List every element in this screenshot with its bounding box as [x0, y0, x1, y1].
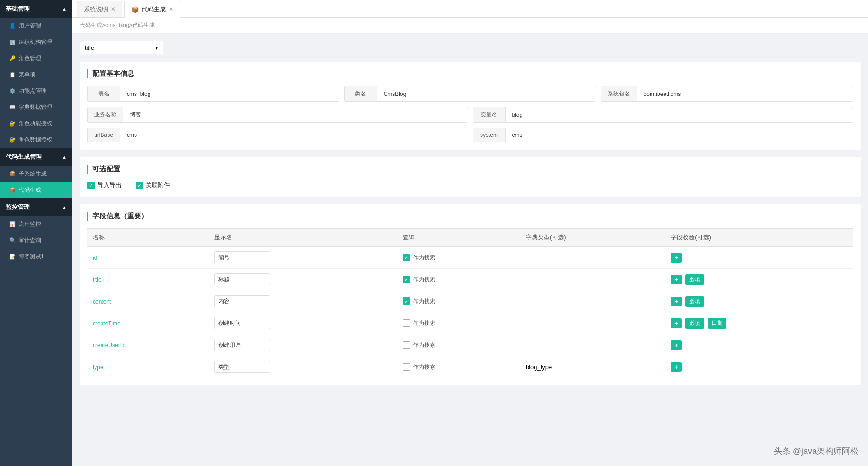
- sidebar: 基础管理 ▲ 👤 用户管理 🏢 组织机构管理 🔑 角色管理 📋 菜单项 ⚙️ 功…: [0, 0, 72, 466]
- org-icon: 🏢: [9, 39, 16, 45]
- btn-required-3[interactable]: 必填: [685, 318, 704, 329]
- info-cell-classname: 类名 CmsBlog: [344, 86, 597, 102]
- collapse-arrow-monitor: ▲: [62, 205, 67, 210]
- btn-required-2[interactable]: 必填: [685, 296, 704, 307]
- table-row: type作为搜索blog_type+: [87, 356, 853, 378]
- field-name-1: title: [93, 277, 102, 283]
- fields-section: 字段信息（重要） 名称 显示名 查询 字典类型(可选) 字段校验(可选) id✓…: [80, 204, 861, 385]
- tab-code-gen[interactable]: 📦 代码生成 ✕: [124, 1, 180, 18]
- field-name-4: createUserId: [93, 342, 125, 349]
- field-display-input-2[interactable]: [214, 295, 270, 307]
- sidebar-item-code-gen[interactable]: 📦 代码生成: [0, 182, 72, 198]
- code-gen-icon: 📦: [9, 187, 16, 193]
- info-cell-varname: 变量名 blog: [473, 107, 854, 123]
- info-cell-package: 系统包名 com.ibeetl.cms: [601, 86, 853, 102]
- tab-sys-intro-label: 系统说明: [84, 5, 108, 14]
- btn-plus-0[interactable]: +: [671, 253, 682, 263]
- search-label-2: 作为搜索: [413, 297, 435, 305]
- validation-cell-0: +: [671, 253, 848, 263]
- search-checkbox-1[interactable]: ✓: [403, 276, 410, 283]
- user-icon: 👤: [9, 23, 16, 29]
- label-tablename: 表名: [88, 86, 120, 101]
- btn-plus-2[interactable]: +: [671, 297, 682, 306]
- template-dropdown[interactable]: title ▾: [80, 41, 163, 54]
- sidebar-item-user-mgmt[interactable]: 👤 用户管理: [0, 18, 72, 34]
- field-display-input-0[interactable]: [214, 251, 270, 263]
- search-label-1: 作为搜索: [413, 276, 435, 284]
- field-display-input-3[interactable]: [214, 317, 270, 329]
- field-display-input-5[interactable]: [214, 361, 270, 373]
- tab-sys-intro[interactable]: 系统说明 ✕: [77, 1, 122, 17]
- btn-required-1[interactable]: 必填: [685, 274, 704, 285]
- basic-config-section: 配置基本信息 表名 cms_blog 类名 CmsBlog 系统包名 com.i…: [80, 62, 861, 150]
- value-urlbase: cms: [120, 128, 468, 142]
- sub-sys-icon: 📦: [9, 171, 16, 177]
- value-bizname: 博客: [123, 107, 468, 122]
- sidebar-item-blog-test[interactable]: 📝 博客测试1: [0, 249, 72, 265]
- btn-date-3[interactable]: 日期: [708, 318, 726, 329]
- btn-plus-1[interactable]: +: [671, 275, 682, 284]
- chevron-down-icon: ▾: [155, 44, 158, 51]
- sidebar-item-role-mgmt[interactable]: 🔑 角色管理: [0, 50, 72, 67]
- sidebar-item-role-func[interactable]: 🔐 角色功能授权: [0, 115, 72, 132]
- col-header-name: 名称: [87, 229, 209, 247]
- flow-icon: 📊: [9, 221, 16, 227]
- audit-icon: 🔍: [9, 237, 16, 243]
- btn-plus-4[interactable]: +: [671, 340, 682, 350]
- sidebar-item-audit-query[interactable]: 🔍 审计查询: [0, 232, 72, 249]
- sidebar-item-menu[interactable]: 📋 菜单项: [0, 67, 72, 83]
- table-row: content✓作为搜索+必填: [87, 290, 853, 312]
- collapse-arrow-codegen: ▲: [62, 155, 67, 160]
- search-label-4: 作为搜索: [413, 341, 435, 349]
- tabs-bar: 系统说明 ✕ 📦 代码生成 ✕: [72, 0, 868, 18]
- btn-plus-5[interactable]: +: [671, 362, 682, 372]
- search-checkbox-0[interactable]: ✓: [403, 254, 410, 261]
- menu-icon: 📋: [9, 72, 16, 78]
- basic-info-grid: 表名 cms_blog 类名 CmsBlog 系统包名 com.ibeetl.c…: [87, 86, 853, 102]
- role-data-icon: 🔐: [9, 137, 16, 143]
- import-export-checkbox[interactable]: ✓: [87, 182, 95, 189]
- import-export-label: 导入导出: [97, 181, 122, 189]
- dropdown-value: title: [85, 44, 94, 51]
- option-attach[interactable]: ✓ 关联附件: [136, 181, 170, 189]
- sidebar-item-flow-monitor[interactable]: 📊 流程监控: [0, 216, 72, 232]
- dict-type-5: blog_type: [526, 364, 552, 371]
- value-classname: CmsBlog: [377, 87, 596, 101]
- label-urlbase: urlBase: [88, 128, 120, 142]
- attach-checkbox[interactable]: ✓: [136, 182, 143, 189]
- sidebar-item-func-mgmt[interactable]: ⚙️ 功能点管理: [0, 83, 72, 99]
- search-checkbox-5[interactable]: [403, 363, 410, 371]
- sidebar-item-org-mgmt[interactable]: 🏢 组织机构管理: [0, 34, 72, 50]
- sidebar-group-codegen[interactable]: 代码生成管理 ▲: [0, 148, 72, 166]
- btn-plus-3[interactable]: +: [671, 318, 682, 328]
- field-name-3: createTime: [93, 320, 121, 327]
- fields-table: 名称 显示名 查询 字典类型(可选) 字段校验(可选) id✓作为搜索+titl…: [87, 228, 853, 378]
- table-row: createUserId作为搜索+: [87, 334, 853, 356]
- tab-code-gen-label: 代码生成: [142, 5, 166, 14]
- option-import-export[interactable]: ✓ 导入导出: [87, 181, 122, 189]
- label-package: 系统包名: [601, 86, 637, 101]
- validation-cell-2: +必填: [671, 296, 848, 307]
- func-icon: ⚙️: [9, 88, 16, 94]
- sidebar-group-basic[interactable]: 基础管理 ▲: [0, 0, 72, 18]
- tab-sys-intro-close[interactable]: ✕: [111, 6, 115, 13]
- basic-info-row3: urlBase cms system cms: [87, 128, 853, 142]
- search-checkbox-2[interactable]: ✓: [403, 297, 410, 305]
- search-label-5: 作为搜索: [413, 363, 435, 371]
- sidebar-item-sub-sys[interactable]: 📦 子系统生成: [0, 166, 72, 182]
- search-checkbox-3[interactable]: [403, 319, 410, 327]
- optional-config-section: 可选配置 ✓ 导入导出 ✓ 关联附件: [80, 157, 861, 197]
- field-display-input-1[interactable]: [214, 273, 270, 285]
- attach-label: 关联附件: [146, 181, 170, 189]
- sidebar-item-role-data[interactable]: 🔐 角色数据授权: [0, 132, 72, 148]
- sidebar-group-monitor[interactable]: 监控管理 ▲: [0, 198, 72, 216]
- search-checkbox-4[interactable]: [403, 341, 410, 349]
- sidebar-item-dict-mgmt[interactable]: 📖 字典数据管理: [0, 99, 72, 115]
- optional-config-title: 可选配置: [87, 165, 853, 174]
- field-display-input-4[interactable]: [214, 339, 270, 351]
- info-cell-bizname: 业务名称 博客: [87, 107, 468, 123]
- breadcrumb: 代码生成>cms_blog>代码生成: [72, 18, 868, 34]
- tab-code-gen-close[interactable]: ✕: [169, 6, 173, 13]
- info-cell-urlbase: urlBase cms: [87, 128, 468, 142]
- field-name-0: id: [93, 255, 97, 261]
